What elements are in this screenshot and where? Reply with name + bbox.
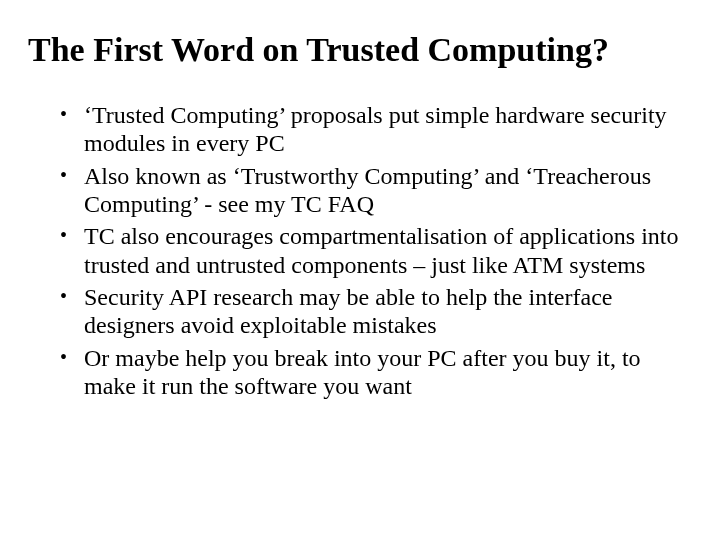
list-item: Security API research may be able to hel… [60, 283, 684, 340]
list-item: TC also encourages compartmentalisation … [60, 222, 684, 279]
slide: The First Word on Trusted Computing? ‘Tr… [0, 0, 720, 540]
slide-title: The First Word on Trusted Computing? [28, 30, 692, 69]
bullet-list: ‘Trusted Computing’ proposals put simple… [28, 101, 692, 400]
list-item: Or maybe help you break into your PC aft… [60, 344, 684, 401]
list-item: ‘Trusted Computing’ proposals put simple… [60, 101, 684, 158]
list-item: Also known as ‘Trustworthy Computing’ an… [60, 162, 684, 219]
